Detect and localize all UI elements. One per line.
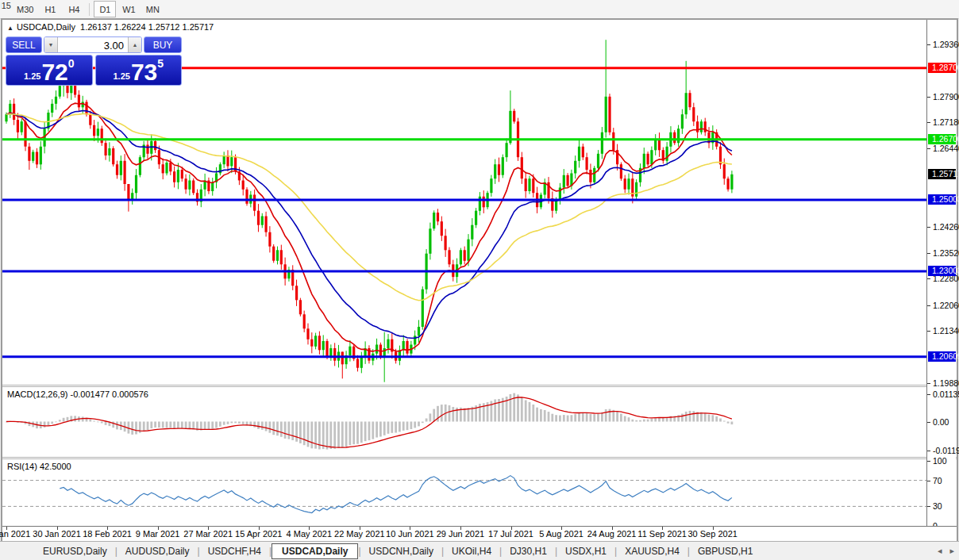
price-axis-label: 1.19880 [933,378,959,388]
axis-tick-mark [927,422,930,423]
price-axis[interactable]: 1.293601.279001.271801.264401.242601.235… [926,20,956,526]
price-axis-label: 0.01135 [933,389,959,399]
volume-input[interactable]: 3.00 [58,37,128,52]
price-axis-label: 70 [933,476,942,485]
time-axis-label: 30 Sep 2021 [680,529,746,539]
chart-ohlc-values: 1.26137 1.26224 1.25712 1.25717 [80,22,214,32]
tab-scroll-left-icon[interactable]: ◂ [938,546,942,555]
chart-tab-gbpusd[interactable]: GBPUSD,H1 [690,544,761,558]
sell-price-small: 1.25 [24,71,40,81]
price-tag: 1.20609 [928,351,956,362]
timeframe-button-mn[interactable]: MN [141,1,164,17]
chart-tab-xauusd[interactable]: XAUUSD,H4 [617,544,687,558]
chart-tab-eurusd[interactable]: EURUSD,Daily [35,544,115,558]
axis-tick-mark [927,305,930,306]
buy-button[interactable]: BUY [144,36,182,53]
axis-tick-mark [927,506,930,507]
price-axis-label: 0.00 [933,417,949,427]
price-axis-label: 1.22060 [933,301,959,310]
chart-tab-bar: EURUSD,Daily|AUDUSD,Daily|USDCHF,H4|USDC… [0,541,959,560]
chart-tab-usdchf[interactable]: USDCHF,H4 [200,544,269,558]
chart-tab-audusd[interactable]: AUDUSD,Daily [117,544,198,558]
axis-tick-mark [927,461,930,462]
timeframe-button-h4[interactable]: H4 [63,1,85,17]
volume-stepper: ▼ 3.00 ▲ [44,36,142,53]
one-click-trading-panel: SELL ▼ 3.00 ▲ BUY 1.25720 1.25735 [6,36,182,86]
chart-window: ▲USDCAD,Daily 1.26137 1.26224 1.25712 1.… [1,18,958,542]
price-tag: 1.28700 [928,63,956,73]
price-chart-pane[interactable]: ▲USDCAD,Daily 1.26137 1.26224 1.25712 1.… [2,20,926,385]
timeframe-toolbar: M15M30H1H4D1W1MN [0,0,959,19]
timeframe-button-m15[interactable]: M15 [1,1,11,17]
axis-tick-mark [927,331,930,332]
chart-tab-usdcnh[interactable]: USDCNH,Daily [361,544,441,558]
volume-decrease-button[interactable]: ▼ [44,37,58,52]
sell-price-sup: 0 [68,57,75,70]
price-axis-label: 30 [933,501,942,511]
price-axis-label: 1.21340 [933,326,959,336]
tab-scroll-right-icon[interactable]: ▸ [949,546,954,555]
chart-tab-usdcad[interactable]: USDCAD,Daily [272,543,358,559]
toolbar-separator [89,3,90,16]
time-axis[interactable]: 12 Jan 202130 Jan 202118 Feb 20219 Mar 2… [2,526,957,541]
axis-tick-mark [927,148,930,149]
axis-tick-mark [927,253,930,254]
price-tag: 1.23003 [928,266,956,276]
price-axis-label: 1.29360 [933,40,959,49]
timeframe-button-m30[interactable]: M30 [13,1,37,17]
axis-tick-mark [927,481,930,481]
chart-symbol-label: USDCAD,Daily [17,22,75,32]
collapse-panel-icon[interactable]: ▲ [7,25,13,32]
sell-price-display[interactable]: 1.25720 [6,55,93,86]
buy-price-display[interactable]: 1.25735 [95,55,183,86]
sell-price-big: 72 [41,60,67,84]
timeframe-button-w1[interactable]: W1 [117,1,140,17]
axis-tick-mark [927,97,930,98]
rsi-indicator-pane[interactable]: RSI(14) 42.5000 [2,459,926,526]
sell-button[interactable]: SELL [6,36,42,53]
axis-tick-mark [927,122,930,123]
chart-tab-usdx[interactable]: USDX,H1 [557,544,614,558]
price-axis-label: 1.27180 [933,117,959,127]
price-tag: 1.26700 [928,134,956,144]
price-axis-label: 100 [933,456,947,466]
axis-tick-mark [927,44,930,45]
volume-increase-button[interactable]: ▲ [128,37,141,52]
macd-label: MACD(12,26,9) -0.001477 0.000576 [7,389,148,399]
axis-tick-mark [927,394,930,395]
price-axis-label: 1.26440 [933,144,959,153]
axis-tick-mark [927,451,930,451]
rsi-canvas[interactable] [2,459,926,526]
price-tag: 1.25003 [928,194,956,205]
tab-scroll-arrows: ◂▸ [930,546,954,556]
buy-price-big: 73 [131,60,157,84]
chart-tab-dj30[interactable]: DJ30,H1 [502,544,555,558]
chart-title: ▲USDCAD,Daily 1.26137 1.26224 1.25712 1.… [7,22,214,32]
price-axis-label: 1.27900 [933,92,959,102]
price-axis-label: 1.23520 [933,248,959,258]
axis-tick-mark [927,383,930,384]
timeframe-button-d1[interactable]: D1 [94,1,116,17]
chart-tab-ukoil[interactable]: UKOil,H4 [444,544,499,558]
price-tag: 1.25717 [928,169,956,179]
axis-tick-mark [927,227,930,228]
macd-indicator-pane[interactable]: MACD(12,26,9) -0.001477 0.000576 [2,387,926,457]
rsi-label: RSI(14) 42.5000 [7,462,71,471]
buy-price-sup: 5 [157,57,164,70]
price-axis-label: -0.01190 [933,446,959,455]
timeframe-button-h1[interactable]: H1 [39,1,61,17]
axis-tick-mark [927,278,930,279]
price-axis-label: 1.24260 [933,222,959,232]
buy-price-small: 1.25 [113,71,129,81]
